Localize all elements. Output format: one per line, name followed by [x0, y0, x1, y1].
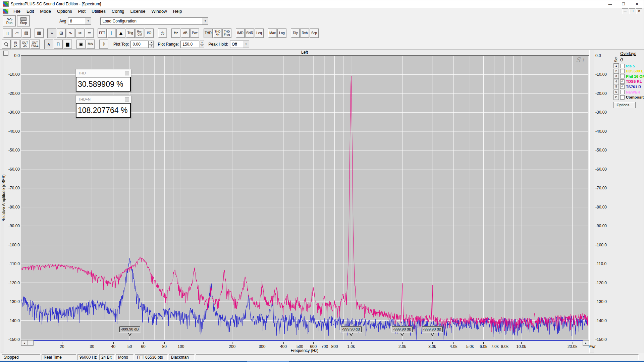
thd-freq-button[interactable]: THDFreq [222, 28, 231, 38]
overlay-set-button-4[interactable]: 4 [613, 79, 619, 84]
mdi-restore-button[interactable]: ❐ [629, 8, 635, 14]
menu-item-options[interactable]: Options [54, 8, 75, 14]
menu-item-mode[interactable]: Mode [37, 8, 54, 14]
scope-button[interactable]: Scp [310, 28, 319, 38]
chevron-down-icon[interactable]: ▼ [85, 18, 91, 24]
delay-button[interactable]: Dly [291, 28, 300, 38]
spectrum-view-button[interactable]: ⊞ [57, 28, 66, 38]
save-button[interactable]: ▤ [22, 28, 31, 38]
stop-button[interactable]: Stop [17, 15, 30, 26]
print-button[interactable]: ▦ [35, 28, 44, 38]
chevron-down-icon[interactable]: ▼ [202, 18, 208, 24]
plot-range-spinner[interactable]: ▲▼ [200, 41, 204, 48]
menu-item-plot[interactable]: Plot [75, 8, 89, 14]
scrollbar-left-arrow[interactable]: ◄ [21, 340, 28, 346]
trigger-button[interactable]: Trig [126, 28, 135, 38]
db-button[interactable]: dB [181, 28, 190, 38]
marker-label-2[interactable]: -999.90 dB [341, 326, 362, 332]
new-file-button[interactable]: ▯ [3, 28, 12, 38]
overlay-on-checkbox-c[interactable] [620, 95, 625, 100]
menu-item-license[interactable]: License [127, 8, 149, 14]
menu-item-help[interactable]: Help [170, 8, 185, 14]
bar-plot-style-button[interactable]: ▆ [63, 40, 72, 49]
thd-n-readout-window[interactable]: THD+N 108.207764 % [75, 95, 131, 118]
vertical-scale-button[interactable]: ↕ [99, 40, 108, 49]
menu-item-window[interactable]: Window [148, 8, 170, 14]
playback-button[interactable]: » [47, 28, 56, 38]
step-plot-style-button[interactable]: Π [54, 40, 63, 49]
imd-button[interactable]: IMD [236, 28, 245, 38]
thd-n-window-menu-icon[interactable] [125, 97, 129, 102]
thd-readout-window[interactable]: THD 30.589909 % [75, 69, 131, 92]
fft-settings-button[interactable]: FFT [98, 28, 107, 38]
snr-button[interactable]: SNR [245, 28, 254, 38]
macro-button[interactable]: Mac [268, 28, 277, 38]
menu-item-file[interactable]: File [10, 8, 23, 14]
run-button[interactable]: ∿∿ Run [3, 15, 16, 26]
thd-window-menu-icon[interactable] [125, 71, 129, 75]
right-splitter[interactable] [589, 50, 594, 353]
peak-plot-style-button[interactable]: ∧ [44, 40, 53, 49]
overlay-set-button-c[interactable]: C [613, 95, 619, 100]
thd-n-window-titlebar[interactable]: THD+N [76, 96, 131, 103]
io-button[interactable]: I/O [145, 28, 154, 38]
leq-button[interactable]: Leq [255, 28, 264, 38]
reverb-button[interactable]: Rvb [300, 28, 309, 38]
overlay-set-button-3[interactable]: 3 [613, 74, 619, 79]
marker-label-3[interactable]: -999.90 dB [392, 326, 413, 332]
mdi-close-button[interactable]: ✕ [636, 8, 642, 14]
overlay-on-checkbox-1[interactable] [620, 64, 625, 68]
spin-down-icon[interactable]: ▼ [149, 44, 154, 48]
marker-label-4[interactable]: -999.90 dB [422, 326, 443, 332]
menu-item-utilities[interactable]: Utilities [89, 8, 109, 14]
plot-options-button[interactable]: ▣ [76, 40, 86, 49]
overlay-set-button-6[interactable]: 6 [613, 89, 619, 95]
zoom-out-full-button[interactable]: OUTFULL [30, 40, 40, 49]
spectrogram-view-button[interactable]: ≋ [75, 28, 85, 38]
overlay-set-button-2[interactable]: 2 [613, 69, 619, 74]
pwr-button[interactable]: Pwr [190, 28, 199, 38]
spin-up-icon[interactable]: ▲ [200, 41, 204, 44]
avg-select[interactable]: 8 ▼ [68, 17, 91, 25]
zoom-button[interactable] [2, 40, 11, 49]
scrollbar-thumb[interactable] [27, 340, 34, 346]
marker-pointer-2[interactable] [350, 333, 353, 336]
load-configuration-select[interactable]: Load Configuration ▼ [100, 17, 208, 25]
overlay-on-checkbox-4[interactable]: ✓ [620, 79, 625, 84]
overlay-set-button-1[interactable]: 1 [613, 63, 619, 68]
mdi-minimize-button[interactable]: — [622, 8, 628, 14]
spin-up-icon[interactable]: ▲ [149, 41, 154, 44]
marker-pointer-4[interactable] [431, 333, 434, 336]
close-button[interactable]: ✕ [630, 0, 644, 8]
marker-pointer-1[interactable] [128, 333, 131, 336]
zoom-out-2x-button[interactable]: OUT2X [20, 40, 30, 49]
report-view-button[interactable]: ≡ [85, 28, 94, 38]
open-file-button[interactable]: ▱ [12, 28, 21, 38]
overlay-set-button-5[interactable]: 5 [613, 84, 619, 89]
spin-down-icon[interactable]: ▼ [200, 44, 204, 48]
thd-n-button[interactable]: THD+N [213, 28, 222, 38]
log-button[interactable]: Log [277, 28, 286, 38]
plot-top-input[interactable]: 0.00 [130, 41, 149, 48]
marker-label-1[interactable]: -999.90 dB [119, 326, 140, 332]
overlay-options-button[interactable]: Options... [613, 102, 636, 108]
minimize-button[interactable]: — [603, 0, 617, 8]
maximize-button[interactable]: ❐ [617, 0, 630, 8]
hz-button[interactable]: Hz [171, 28, 180, 38]
chevron-down-icon[interactable]: ▼ [243, 41, 249, 48]
plot-range-input[interactable]: 150.0 [180, 41, 199, 48]
overlay-on-checkbox-5[interactable]: ✓ [620, 84, 625, 89]
zoom-in-2x-button[interactable]: IN2X [11, 40, 20, 49]
overlay-on-checkbox-3[interactable] [620, 74, 625, 78]
menu-item-config[interactable]: Config [109, 8, 127, 14]
overlay-on-checkbox-6[interactable] [620, 90, 625, 94]
signal-generator-button[interactable]: ◎ [158, 28, 167, 38]
scrollbar-right-arrow[interactable]: ► [583, 340, 589, 346]
time-series-view-button[interactable]: ∿ [66, 28, 75, 38]
thd-window-titlebar[interactable]: THD [76, 69, 131, 77]
menu-item-edit[interactable]: Edit [23, 8, 37, 14]
thd-button[interactable]: THD [204, 28, 213, 38]
marker-button[interactable]: Mrk [86, 40, 95, 49]
scaling-button[interactable]: ⌊ [107, 28, 116, 38]
plot-top-spinner[interactable]: ▲▼ [149, 41, 154, 48]
